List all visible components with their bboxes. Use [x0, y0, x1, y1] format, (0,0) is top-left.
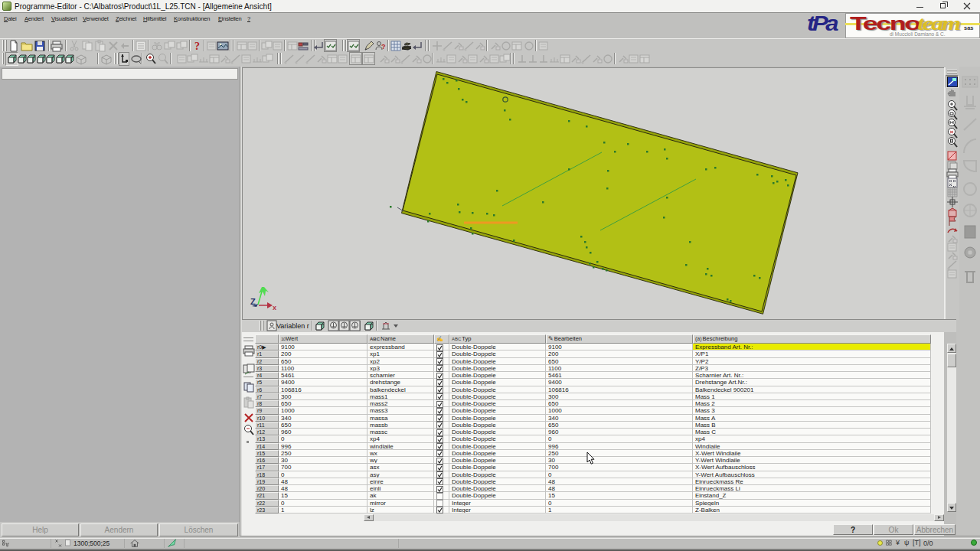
svg-text:?: ? — [194, 41, 200, 52]
svg-text:Z: Z — [250, 297, 256, 306]
svg-text:x: x — [273, 304, 276, 311]
svg-text:?: ? — [381, 43, 386, 51]
